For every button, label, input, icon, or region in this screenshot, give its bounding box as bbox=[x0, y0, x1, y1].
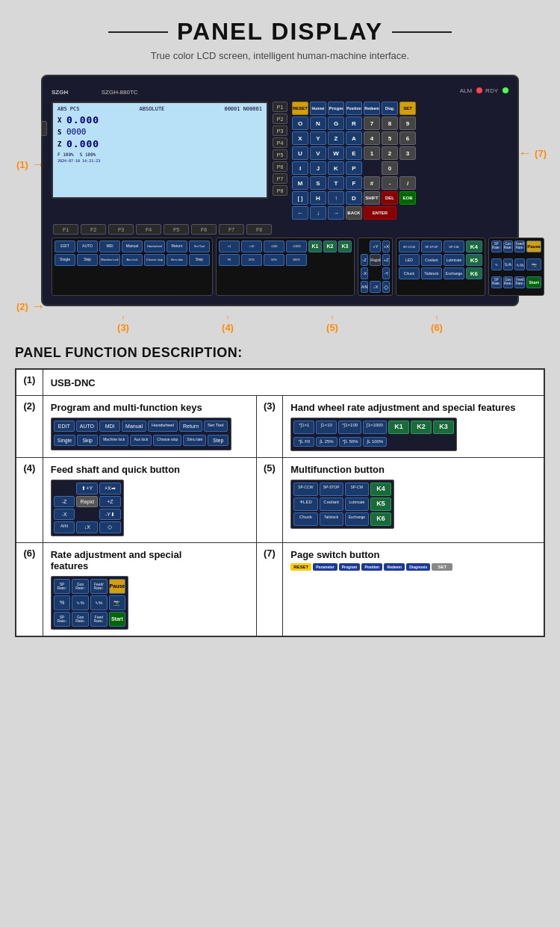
goo-rate-down-btn[interactable]: GooRate↓ bbox=[503, 276, 514, 288]
mini-led[interactable]: ☀LED bbox=[293, 497, 317, 511]
mini-feed-rate-down[interactable]: FeedRate↓ bbox=[90, 612, 108, 627]
mini-auto[interactable]: AUTO bbox=[76, 421, 98, 432]
mini-f0[interactable]: *∫L F0 bbox=[293, 437, 314, 447]
jog-desc-mz[interactable]: -Z bbox=[54, 496, 75, 507]
pct-btn[interactable]: % bbox=[491, 258, 502, 270]
mini-handwheel[interactable]: Handwheel bbox=[148, 421, 178, 432]
diagnosis-key[interactable]: Diag. bbox=[382, 102, 398, 115]
jog-desc-ain[interactable]: AIN bbox=[54, 521, 75, 533]
sp-ccw-btn[interactable]: SP-CCW bbox=[399, 241, 420, 252]
jog-minus-x[interactable]: -X bbox=[361, 267, 368, 279]
k-key[interactable]: K bbox=[328, 161, 344, 175]
7-key[interactable]: 7 bbox=[364, 117, 380, 130]
k5-btn[interactable]: K5 bbox=[466, 254, 482, 266]
mini-skip[interactable]: Skip bbox=[77, 435, 98, 446]
auto-btn[interactable]: AUTO bbox=[77, 241, 98, 252]
enter-key[interactable]: ENTER bbox=[364, 206, 396, 220]
manual-btn[interactable]: Manual bbox=[122, 241, 143, 252]
u-key[interactable]: U bbox=[292, 146, 308, 160]
mini-spcw[interactable]: SP-CW bbox=[345, 483, 369, 496]
k3-btn[interactable]: K3 bbox=[338, 241, 352, 252]
j-key[interactable]: J bbox=[310, 161, 326, 175]
position-key[interactable]: Position bbox=[346, 102, 362, 115]
jog-desc-mx[interactable]: -X bbox=[54, 509, 75, 520]
8-key[interactable]: 8 bbox=[382, 117, 398, 130]
mini-feed-rate-up[interactable]: Feed/Rate↑ bbox=[90, 579, 108, 594]
mini-coolant[interactable]: Coolant bbox=[320, 497, 343, 511]
jog-desc-pz[interactable]: +Z bbox=[99, 496, 121, 507]
mini-goo-rate-up[interactable]: GooRate↑ bbox=[72, 579, 89, 594]
p6-button[interactable]: P6 bbox=[273, 161, 287, 172]
reset-key[interactable]: RESET bbox=[292, 102, 308, 115]
handwheel-btn[interactable]: Handwheel bbox=[144, 241, 165, 252]
mini-tailstock[interactable]: Tailstock bbox=[320, 512, 343, 526]
mini-single[interactable]: Single bbox=[54, 435, 75, 446]
mini-return[interactable]: Return bbox=[179, 421, 202, 432]
g-key[interactable]: G bbox=[328, 117, 344, 130]
redeem-key[interactable]: Redeem bbox=[364, 102, 380, 115]
i-key[interactable]: I bbox=[292, 161, 308, 175]
sp-cw-btn[interactable]: SP-CW bbox=[444, 241, 464, 252]
y-key[interactable]: Y bbox=[310, 131, 326, 145]
p8-button[interactable]: P8 bbox=[273, 185, 287, 196]
mini-cam[interactable]: 📷 bbox=[109, 595, 126, 610]
set-tool-btn[interactable]: Set Tool bbox=[189, 241, 210, 252]
mini-manual[interactable]: Manual bbox=[122, 421, 146, 432]
sp-rate-down-btn[interactable]: SPRate↓ bbox=[491, 276, 502, 288]
e-key[interactable]: E bbox=[346, 146, 362, 160]
mini-k3[interactable]: K3 bbox=[433, 421, 454, 434]
mini-goo-rate-down[interactable]: GooRate↓ bbox=[72, 612, 89, 627]
desc-diag-btn[interactable]: Diagnosis bbox=[406, 563, 430, 571]
mini-100[interactable]: ∫L 100% bbox=[363, 437, 387, 447]
mini-k4[interactable]: K4 bbox=[370, 483, 391, 496]
jog-down-x[interactable]: ↓X bbox=[370, 281, 381, 293]
x1-btn[interactable]: ×1 bbox=[219, 241, 240, 252]
skip-btn[interactable]: Skip bbox=[77, 254, 98, 266]
f2-key[interactable]: F2 bbox=[81, 224, 106, 235]
mini-25[interactable]: ∫L 25% bbox=[316, 437, 337, 447]
feed-rate-down-btn[interactable]: FeedRate↓ bbox=[514, 276, 525, 288]
a-key[interactable]: A bbox=[346, 131, 362, 145]
dash-key[interactable]: - bbox=[382, 176, 398, 190]
return-btn[interactable]: Return bbox=[167, 241, 187, 252]
mini-x1[interactable]: *∫1×1 bbox=[293, 421, 314, 434]
down-arrow-key[interactable]: ↓ bbox=[310, 206, 326, 220]
t-key[interactable]: T bbox=[328, 176, 344, 190]
desc-reset-btn[interactable]: RESET bbox=[290, 563, 311, 571]
coolant-btn[interactable]: Coolant bbox=[421, 254, 442, 266]
h-key[interactable]: H bbox=[310, 191, 326, 205]
mini-chuck[interactable]: Chuck bbox=[293, 512, 317, 526]
o-key[interactable]: O bbox=[292, 117, 308, 130]
9-key[interactable]: 9 bbox=[399, 117, 416, 130]
mini-pct[interactable]: % bbox=[54, 595, 71, 610]
f5-key[interactable]: F5 bbox=[164, 224, 189, 235]
chuck-btn[interactable]: Chuck bbox=[399, 267, 420, 279]
x100-btn[interactable]: ×100 bbox=[264, 241, 284, 252]
6-key[interactable]: 6 bbox=[399, 131, 416, 145]
led-btn[interactable]: LED bbox=[399, 254, 420, 266]
w-key[interactable]: W bbox=[328, 146, 344, 160]
desc-pos-btn[interactable]: Position bbox=[361, 563, 382, 571]
k2-btn[interactable]: K2 bbox=[323, 241, 337, 252]
v-key[interactable]: V bbox=[310, 146, 326, 160]
4-key[interactable]: 4 bbox=[364, 131, 380, 145]
r-key[interactable]: R bbox=[346, 117, 362, 130]
choose-stop-btn[interactable]: Choose stop bbox=[144, 254, 165, 266]
mdi-btn[interactable]: MDI bbox=[99, 241, 120, 252]
jog-desc-my[interactable]: -Y⬇ bbox=[99, 509, 121, 520]
desc-set-btn[interactable]: SET bbox=[432, 563, 452, 571]
mini-start[interactable]: Start bbox=[109, 612, 126, 627]
f1-key[interactable]: F1 bbox=[53, 224, 78, 235]
mini-mdi[interactable]: MDI bbox=[99, 421, 120, 432]
f8-key[interactable]: F8 bbox=[246, 224, 272, 235]
5-key[interactable]: 5 bbox=[382, 131, 398, 145]
mini-exchange[interactable]: Exchange bbox=[345, 512, 369, 526]
shift-key[interactable]: SHIFT bbox=[364, 191, 380, 205]
eob-key[interactable]: EOB bbox=[399, 191, 416, 205]
p4-button[interactable]: P4 bbox=[273, 137, 287, 148]
k6-btn[interactable]: K6 bbox=[466, 267, 482, 279]
wave-pct-btn[interactable]: ∿% bbox=[514, 258, 525, 270]
mini-auxlock[interactable]: Aux lock bbox=[130, 435, 152, 446]
del-key[interactable]: DEL bbox=[382, 191, 398, 205]
mini-machlock[interactable]: Machine lock bbox=[99, 435, 128, 446]
